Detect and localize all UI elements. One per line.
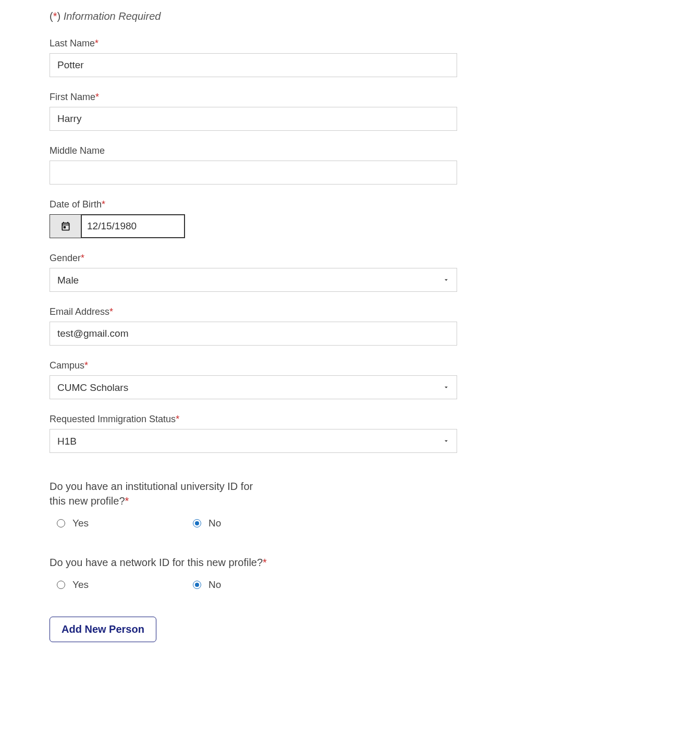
- radio-unchecked-icon: [57, 581, 65, 589]
- network-id-yes-label: Yes: [72, 579, 89, 591]
- info-required-hint: (*) Information Required: [50, 10, 457, 22]
- network-id-label: Do you have a network ID for this new pr…: [50, 555, 457, 570]
- institutional-id-yes-option[interactable]: Yes: [57, 518, 89, 529]
- immigration-label: Requested Immigration Status*: [50, 414, 457, 425]
- institutional-id-label: Do you have an institutional university …: [50, 479, 258, 508]
- calendar-button[interactable]: [50, 214, 81, 238]
- campus-select[interactable]: CUMC Scholars: [50, 375, 457, 399]
- institutional-id-no-option[interactable]: No: [193, 518, 221, 529]
- last-name-label: Last Name*: [50, 38, 457, 49]
- network-id-no-label: No: [208, 579, 221, 591]
- email-label: Email Address*: [50, 306, 457, 317]
- campus-label: Campus*: [50, 360, 457, 371]
- institutional-id-question: Do you have an institutional university …: [50, 479, 457, 529]
- calendar-icon: [60, 221, 71, 231]
- middle-name-group: Middle Name: [50, 145, 457, 185]
- immigration-select[interactable]: H1B: [50, 429, 457, 453]
- dob-group: Date of Birth*: [50, 199, 457, 238]
- network-id-no-option[interactable]: No: [193, 579, 221, 591]
- institutional-id-yes-label: Yes: [72, 518, 89, 529]
- radio-checked-icon: [193, 519, 201, 527]
- add-new-person-button[interactable]: Add New Person: [50, 617, 156, 642]
- radio-checked-icon: [193, 581, 201, 589]
- email-input[interactable]: [50, 322, 457, 346]
- network-id-question: Do you have a network ID for this new pr…: [50, 555, 457, 591]
- first-name-group: First Name*: [50, 92, 457, 131]
- middle-name-input[interactable]: [50, 161, 457, 185]
- network-id-yes-option[interactable]: Yes: [57, 579, 89, 591]
- gender-label: Gender*: [50, 253, 457, 264]
- middle-name-label: Middle Name: [50, 145, 457, 156]
- email-group: Email Address*: [50, 306, 457, 346]
- dob-input[interactable]: [81, 214, 185, 238]
- gender-select[interactable]: Male: [50, 268, 457, 292]
- last-name-input[interactable]: [50, 53, 457, 77]
- first-name-input[interactable]: [50, 107, 457, 131]
- radio-unchecked-icon: [57, 519, 65, 527]
- immigration-group: Requested Immigration Status* H1B: [50, 414, 457, 453]
- svg-rect-0: [63, 226, 65, 228]
- institutional-id-no-label: No: [208, 518, 221, 529]
- last-name-group: Last Name*: [50, 38, 457, 77]
- campus-group: Campus* CUMC Scholars: [50, 360, 457, 399]
- dob-label: Date of Birth*: [50, 199, 457, 210]
- gender-group: Gender* Male: [50, 253, 457, 292]
- first-name-label: First Name*: [50, 92, 457, 103]
